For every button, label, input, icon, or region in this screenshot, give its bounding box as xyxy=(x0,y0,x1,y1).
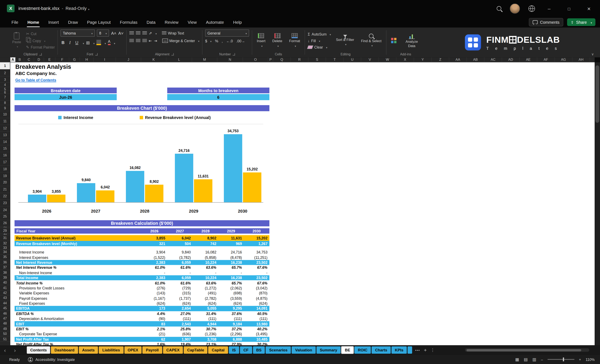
column-header-F[interactable]: F xyxy=(56,57,69,62)
column-header-Z[interactable]: Z xyxy=(432,57,449,62)
row-header-43[interactable]: 43 xyxy=(0,296,10,301)
cell-value[interactable]: 4.4% xyxy=(142,311,167,316)
cell-value[interactable]: 27.9% xyxy=(218,342,244,345)
sheet-nav-right-button[interactable]: › xyxy=(10,347,20,353)
cell-value[interactable]: - xyxy=(167,271,193,275)
ribbon-tab-data[interactable]: Data xyxy=(142,17,160,27)
number-dialog-launcher[interactable] xyxy=(233,53,235,55)
column-header-L[interactable]: L xyxy=(167,57,192,62)
table-row-total-income[interactable]: Total Income %61.0%61.6%63.6%65.7%67.6% xyxy=(14,280,269,285)
sheet-tab-capex[interactable]: CAPEX xyxy=(163,346,183,354)
column-header-Q[interactable]: Q xyxy=(273,57,291,62)
column-header-T[interactable]: T xyxy=(326,57,344,62)
zoom-out-button[interactable] xyxy=(541,357,543,362)
row-header-32[interactable]: 32 xyxy=(0,241,10,246)
table-row-total-income[interactable]: Total Income2,3836,05910,22416,23823,502 xyxy=(14,275,269,280)
sheet-tab-is[interactable]: IS xyxy=(229,346,239,354)
cell-value[interactable]: (624) xyxy=(167,301,193,306)
borders-icon[interactable] xyxy=(86,39,90,46)
cell-value[interactable]: (1,167) xyxy=(142,296,167,300)
ribbon-tab-home[interactable]: Home xyxy=(23,17,44,27)
font-color-icon[interactable] xyxy=(108,40,110,45)
sheet-tab-roic[interactable]: ROIC xyxy=(354,346,371,354)
cell-value[interactable]: 63.6% xyxy=(193,265,218,270)
cell-value[interactable]: 2.1% xyxy=(142,327,167,331)
months-to-breakeven-header[interactable]: Months to breakeven xyxy=(167,88,269,93)
cell-value[interactable]: 2,383 xyxy=(142,276,167,280)
cell-value[interactable]: (2,062) xyxy=(218,286,244,290)
row-header-7[interactable]: 7 xyxy=(0,94,10,100)
avatar[interactable] xyxy=(510,3,520,14)
cell-value[interactable]: (315) xyxy=(167,291,193,295)
table-row-net-interest-revenue[interactable]: Net Interest Revenue %61.0%61.6%63.6%65.… xyxy=(14,265,269,270)
row-header-16[interactable]: 16 xyxy=(0,152,10,159)
cell-value[interactable]: 61.6% xyxy=(167,281,193,285)
cell-value[interactable]: 67.6% xyxy=(244,281,269,285)
cell-value[interactable]: - xyxy=(218,271,244,275)
sheet-tab-bs[interactable]: BS xyxy=(253,346,265,354)
alignment-dialog-launcher[interactable] xyxy=(171,53,174,55)
maximize-button[interactable] xyxy=(563,0,575,17)
comma-style-button[interactable]: , xyxy=(222,39,223,43)
cell-value[interactable]: (698) xyxy=(218,291,244,295)
cell-value[interactable]: (624) xyxy=(244,301,269,306)
row-header-11[interactable]: 11 xyxy=(0,118,10,125)
cell-value[interactable]: 9,184 xyxy=(218,322,244,326)
table-row-depreciation-amortization[interactable]: Depreciation & Amortization(90)(111)(111… xyxy=(14,316,269,321)
cell-value[interactable]: 30.2% xyxy=(244,342,269,345)
decrease-font-button[interactable]: A˅ xyxy=(118,31,123,35)
accessibility-status[interactable]: Accessibility: Investigate xyxy=(35,357,75,362)
cell-value[interactable]: 3,855 xyxy=(142,236,167,240)
horizontal-scrollbar[interactable] xyxy=(465,348,590,352)
cell-value[interactable]: (111) xyxy=(218,317,244,321)
cell-value[interactable]: (111) xyxy=(193,317,218,321)
sheet-tab-payroll[interactable]: Payroll xyxy=(142,346,162,354)
column-header-X[interactable]: X xyxy=(396,57,414,62)
column-header-V[interactable]: V xyxy=(361,57,379,62)
cell-value[interactable]: 37.2% xyxy=(218,327,244,331)
comments-button[interactable]: Comments xyxy=(529,18,563,27)
cell-value[interactable]: 173 xyxy=(142,306,167,310)
table-row-breakeven-annual[interactable]: Revenue Breakeven level (Annual)3,8556,0… xyxy=(14,235,269,241)
cell-value[interactable]: (636) xyxy=(167,332,193,336)
cell-value[interactable]: 504 xyxy=(167,242,193,246)
cell-value[interactable]: (3,495) xyxy=(244,332,269,336)
cell-value[interactable]: 16,238 xyxy=(218,260,244,264)
cell-value[interactable]: (624) xyxy=(142,301,167,306)
insert-cells-button[interactable]: Insert xyxy=(255,33,267,48)
cell-value[interactable]: (143) xyxy=(142,291,167,295)
row-header-9[interactable]: 9 xyxy=(0,105,10,111)
cell-value[interactable]: 3,904 xyxy=(142,250,167,254)
cell-value[interactable]: 10,485 xyxy=(244,337,269,341)
cell-value[interactable]: - xyxy=(142,271,167,275)
search-icon[interactable] xyxy=(497,6,501,11)
cell-value[interactable]: 3,708 xyxy=(193,337,218,341)
table-row-variable-expenses[interactable]: Variable Expenses(143)(315)(491)(698)(87… xyxy=(14,291,269,296)
row-header-36[interactable]: 36 xyxy=(0,260,10,265)
autosum-button[interactable]: ΣAutoSum xyxy=(308,32,331,36)
table-row-interest-expenses[interactable]: Interest Expenses(1,522)(3,782)(5,858)(8… xyxy=(14,255,269,260)
table-row-interest-income[interactable]: Interest Income3,9049,84016,08224,71634,… xyxy=(14,250,269,255)
decrease-indent-icon[interactable]: ⇤ xyxy=(149,39,152,43)
sheet-tab-kpis[interactable]: KPIs xyxy=(391,346,407,354)
row-header-45[interactable]: 45 xyxy=(0,306,10,311)
row-header-23[interactable]: 23 xyxy=(0,200,10,207)
close-button[interactable] xyxy=(583,0,595,17)
new-sheet-button[interactable]: + xyxy=(424,347,427,353)
bold-button[interactable]: B xyxy=(61,40,66,45)
paste-button[interactable]: Paste xyxy=(10,32,23,49)
format-cells-button[interactable]: Format xyxy=(287,33,302,48)
vertical-scrollbar[interactable] xyxy=(595,62,600,346)
column-header-S[interactable]: S xyxy=(309,57,326,62)
cell-value[interactable]: (624) xyxy=(218,301,244,306)
cell-value[interactable]: 742 xyxy=(193,242,218,246)
sheet-tab-contents[interactable]: Contents xyxy=(27,346,50,354)
sheet-tab-partial[interactable] xyxy=(408,346,412,354)
cell-value[interactable]: 23,502 xyxy=(244,276,269,280)
page-break-view-button[interactable] xyxy=(532,357,536,362)
row-header-14[interactable]: 14 xyxy=(0,138,10,145)
percent-style-button[interactable]: % xyxy=(215,39,218,43)
column-header-A[interactable]: A xyxy=(10,57,16,62)
sheet-nav-left-button[interactable]: ‹ xyxy=(0,347,10,353)
table-row-payroll-expenses[interactable]: Payroll Expenses(1,167)(1,737)(2,782)(3,… xyxy=(14,296,269,301)
